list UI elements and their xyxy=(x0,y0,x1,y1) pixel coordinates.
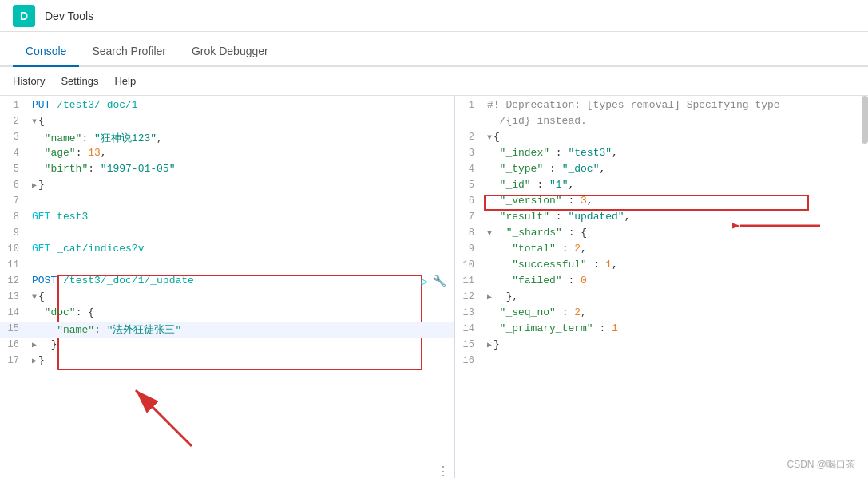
three-dots[interactable]: ⋮ xyxy=(437,465,450,478)
dev-tools-title: Dev Tools xyxy=(45,10,93,22)
right-code-line-13: 13 "_seq_no" : 2, xyxy=(455,306,857,322)
code-line-2: 2 ▼{ xyxy=(0,115,454,131)
code-line-4: 4 "age": 13, xyxy=(0,147,454,163)
right-code-line-12: 12 ▶ }, xyxy=(455,290,857,306)
right-code-line-10: 10 "successful" : 1, xyxy=(455,259,857,275)
menu-help[interactable]: Help xyxy=(114,72,136,90)
wrench-icon[interactable]: 🔧 xyxy=(433,275,446,288)
right-code-line-7: 7 "result" : "updated", xyxy=(455,211,857,227)
right-code-line-2: 2 ▼{ xyxy=(455,131,857,147)
code-line-12: 12 POST /test3/_doc/1/_update ▷ 🔧 xyxy=(0,275,454,290)
dev-tools-icon: D xyxy=(13,5,35,27)
left-code-area[interactable]: 1 PUT /test3/_doc/1 2 ▼{ 3 "name": "狂神说1… xyxy=(0,96,454,478)
right-code-line-9: 9 "total" : 2, xyxy=(455,243,857,259)
menu-settings[interactable]: Settings xyxy=(61,72,98,90)
code-line-16: 16 ▶ } xyxy=(0,338,454,354)
top-bar: D Dev Tools xyxy=(0,0,868,32)
watermark: CSDN @喝口茶 xyxy=(787,458,855,472)
code-line-6: 6 ▶} xyxy=(0,179,454,195)
code-line-9: 9 xyxy=(0,227,454,243)
right-panel: 1 #! Deprecation: [types removal] Specif… xyxy=(455,96,868,478)
code-line-15: 15 "name": "法外狂徒张三" xyxy=(0,322,454,338)
right-code-line-3: 3 "_index" : "test3", xyxy=(455,147,857,163)
code-line-17: 17 ▶} xyxy=(0,354,454,370)
menu-bar: History Settings Help xyxy=(0,67,868,96)
code-line-14: 14 "doc": { xyxy=(0,306,454,322)
code-line-3: 3 "name": "狂神说123", xyxy=(0,131,454,147)
right-boxed-section: 6 "_version" : 3, xyxy=(455,195,857,211)
boxed-section: 12 POST /test3/_doc/1/_update ▷ 🔧 13 ▼{ … xyxy=(0,275,454,370)
right-code-line-5: 5 "_id" : "1", xyxy=(455,179,857,195)
tab-console[interactable]: Console xyxy=(13,37,79,67)
right-code-line-1: 1 #! Deprecation: [types removal] Specif… xyxy=(455,99,857,115)
right-code-line-4: 4 "_type" : "_doc", xyxy=(455,163,857,179)
right-code-line-15: 15 ▶} xyxy=(455,338,857,354)
run-icon[interactable]: ▷ xyxy=(422,275,428,288)
code-line-8: 8 GET test3 xyxy=(0,211,454,227)
right-code-line-11: 11 "failed" : 0 xyxy=(455,275,857,290)
main-content: 1 PUT /test3/_doc/1 2 ▼{ 3 "name": "狂神说1… xyxy=(0,96,868,478)
left-panel: 1 PUT /test3/_doc/1 2 ▼{ 3 "name": "狂神说1… xyxy=(0,96,455,478)
tab-search-profiler[interactable]: Search Profiler xyxy=(79,37,179,67)
tab-bar: Console Search Profiler Grok Debugger xyxy=(0,32,868,67)
menu-history[interactable]: History xyxy=(13,72,45,90)
code-line-13: 13 ▼{ xyxy=(0,290,454,306)
right-code-line-1b: /{id} instead. xyxy=(455,115,857,131)
tab-grok-debugger[interactable]: Grok Debugger xyxy=(179,37,281,67)
right-code-line-16: 16 xyxy=(455,354,857,370)
code-line-1: 1 PUT /test3/_doc/1 xyxy=(0,99,454,115)
right-code-line-14: 14 "_primary_term" : 1 xyxy=(455,322,857,338)
code-line-10: 10 GET _cat/indices?v xyxy=(0,243,454,259)
code-line-7: 7 xyxy=(0,195,454,211)
code-line-5: 5 "birth": "1997-01-05" xyxy=(0,163,454,179)
right-code-line-6: 6 "_version" : 3, xyxy=(455,195,857,211)
right-code-line-8: 8 ▼ "_shards" : { xyxy=(455,227,857,243)
code-line-11: 11 xyxy=(0,259,454,275)
right-code-area[interactable]: 1 #! Deprecation: [types removal] Specif… xyxy=(455,96,868,478)
